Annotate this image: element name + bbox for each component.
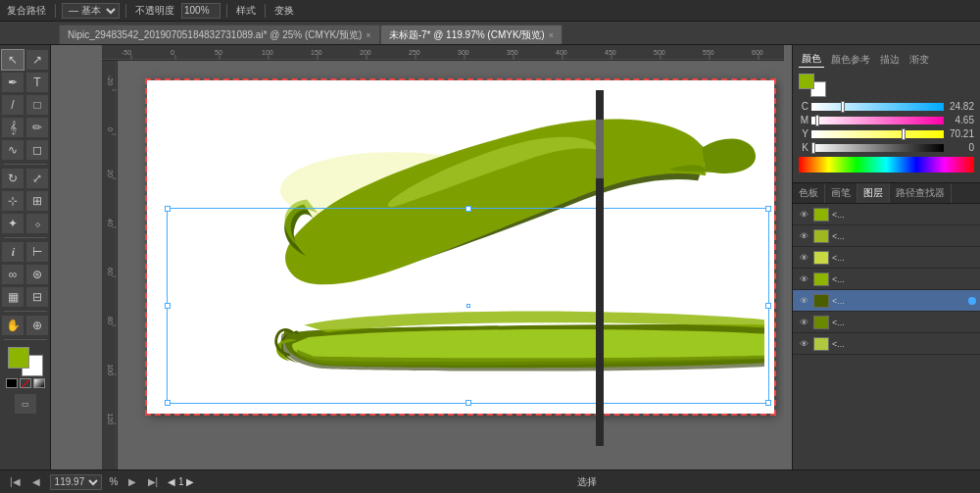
layer-thumbnail (813, 316, 829, 329)
panel-color-swatch[interactable] (799, 74, 814, 89)
m-slider-thumb[interactable] (815, 115, 819, 126)
symbol-btn[interactable]: ⊛ (25, 264, 49, 285)
svg-text:0: 0 (171, 49, 174, 56)
scrollbar-thumb-vertical[interactable] (596, 120, 604, 178)
layer-eye-icon[interactable]: 👁 (797, 208, 810, 222)
layer-item[interactable]: 👁 <... (793, 247, 980, 269)
layer-eye-icon[interactable]: 👁 (797, 316, 810, 329)
y-slider-thumb[interactable] (902, 128, 906, 140)
layer-target-dot-active[interactable] (968, 297, 976, 305)
canvas-scrollbar-vertical[interactable] (596, 90, 604, 446)
tool-sep-1 (4, 164, 47, 165)
line-tool-btn[interactable]: / (1, 94, 24, 116)
layer-target-dot[interactable] (968, 232, 976, 240)
shape-tool-btn[interactable]: □ (25, 94, 49, 116)
layer-item[interactable]: 👁 <... (793, 333, 980, 355)
layer-eye-icon[interactable]: 👁 (797, 272, 810, 286)
tab-1[interactable]: Nipic_29483542_20190705184832731089.ai* … (59, 25, 380, 44)
divider-4 (265, 4, 266, 18)
layer-target-dot[interactable] (968, 340, 976, 348)
stroke-tab[interactable]: 描边 (877, 52, 903, 68)
divider-1 (55, 4, 56, 18)
handle-mr[interactable] (765, 303, 771, 309)
brush-tab[interactable]: 画笔 (825, 183, 858, 203)
handle-br[interactable] (765, 400, 771, 406)
next-page-btn[interactable]: ▶ (126, 476, 138, 487)
layer-item[interactable]: 👁 <... (793, 269, 980, 290)
c-value: 24.82 (947, 101, 974, 112)
pen-tool-btn[interactable]: ✒ (1, 72, 24, 93)
layers-tab[interactable]: 图层 (858, 183, 890, 203)
gradient-tab-header[interactable]: 渐变 (906, 52, 932, 68)
swatch-tab[interactable]: 色板 (793, 183, 825, 203)
stroke-style-select[interactable]: — 基本 (62, 3, 120, 19)
canvas-viewport[interactable] (118, 61, 784, 469)
black-swatch[interactable] (6, 378, 18, 388)
divider-3 (226, 4, 227, 18)
blend-btn[interactable]: ∞ (1, 264, 24, 285)
blob-tool-btn[interactable]: ∿ (1, 139, 24, 161)
y-slider[interactable] (811, 130, 944, 138)
layer-item[interactable]: 👁 <... (793, 204, 980, 225)
select-tool-btn[interactable]: ↖ (1, 49, 24, 71)
opacity-label: 不透明度 (132, 4, 177, 18)
transform-label: 变换 (271, 4, 297, 18)
k-slider-thumb[interactable] (811, 142, 815, 154)
none-swatch[interactable] (20, 378, 31, 388)
c-slider[interactable] (811, 103, 944, 111)
zoom-tool-btn[interactable]: ⊕ (25, 315, 49, 336)
pathfinder-tab[interactable]: 路径查找器 (890, 183, 952, 203)
layer-name: <... (832, 231, 965, 241)
k-slider[interactable] (811, 144, 944, 152)
shaper-tool-btn[interactable]: ✦ (1, 213, 24, 234)
c-slider-thumb[interactable] (841, 101, 845, 113)
hand-tool-btn[interactable]: ✋ (1, 315, 24, 336)
tab-2-close[interactable]: × (549, 30, 554, 40)
canvas-area[interactable]: -50 0 50 100 150 200 250 300 350 400 450… (51, 45, 792, 469)
text-tool-btn[interactable]: T (25, 72, 49, 93)
handle-tr[interactable] (765, 206, 771, 212)
layer-item-selected[interactable]: 👁 <... (793, 290, 980, 312)
direct-select-tool-btn[interactable]: ↗ (25, 49, 49, 71)
screen-mode-btn[interactable]: ▭ (14, 393, 37, 415)
color-ref-tab[interactable]: 颜色参考 (828, 52, 873, 68)
paintbrush-tool-btn[interactable]: 𝄞 (1, 117, 24, 138)
svg-text:60: 60 (107, 268, 114, 275)
y-value: 70.21 (947, 128, 974, 139)
last-page-btn[interactable]: ▶| (146, 476, 161, 487)
layer-eye-icon[interactable]: 👁 (797, 337, 810, 351)
pencil-tool-btn[interactable]: ✏ (25, 117, 49, 138)
layer-item[interactable]: 👁 <... (793, 225, 980, 247)
column-graph-btn[interactable]: ▦ (1, 286, 24, 308)
color-tab[interactable]: 颜色 (799, 51, 824, 68)
layer-target-dot[interactable] (968, 319, 976, 326)
tab-2[interactable]: 未标题-7* @ 119.97% (CMYK/预览) × (380, 25, 563, 44)
layer-target-dot[interactable] (968, 211, 976, 219)
layer-target-dot[interactable] (968, 275, 976, 283)
layer-item[interactable]: 👁 <... (793, 312, 980, 333)
svg-text:100: 100 (262, 49, 273, 56)
m-slider[interactable] (811, 117, 944, 124)
slice-btn[interactable]: ⊟ (25, 286, 49, 308)
first-page-btn[interactable]: |◀ (8, 476, 23, 487)
svg-text:250: 250 (409, 49, 420, 56)
layer-eye-icon[interactable]: 👁 (797, 229, 810, 243)
gradient-swatch[interactable] (33, 378, 45, 388)
zoom-select[interactable]: 119.97 100 75 50 25 (50, 474, 102, 490)
tab-1-close[interactable]: × (366, 30, 370, 40)
live-paint-btn[interactable]: ⬦ (25, 213, 49, 234)
layer-eye-icon[interactable]: 👁 (797, 294, 810, 308)
rotate-tool-btn[interactable]: ↻ (1, 168, 24, 189)
measure-btn[interactable]: ⊢ (25, 241, 49, 263)
prev-page-btn[interactable]: ◀ (30, 476, 42, 487)
layer-target-dot[interactable] (968, 254, 976, 262)
warp-tool-btn[interactable]: ⊹ (1, 190, 24, 212)
color-spectrum-bar[interactable] (799, 157, 974, 173)
layer-eye-icon[interactable]: 👁 (797, 251, 810, 265)
opacity-input[interactable] (181, 3, 220, 19)
eyedropper-btn[interactable]: 𝒊 (1, 241, 24, 263)
foreground-color-swatch[interactable] (8, 347, 29, 369)
free-transform-btn[interactable]: ⊞ (25, 190, 49, 212)
scale-tool-btn[interactable]: ⤢ (25, 168, 49, 189)
eraser-tool-btn[interactable]: ◻ (25, 139, 49, 161)
